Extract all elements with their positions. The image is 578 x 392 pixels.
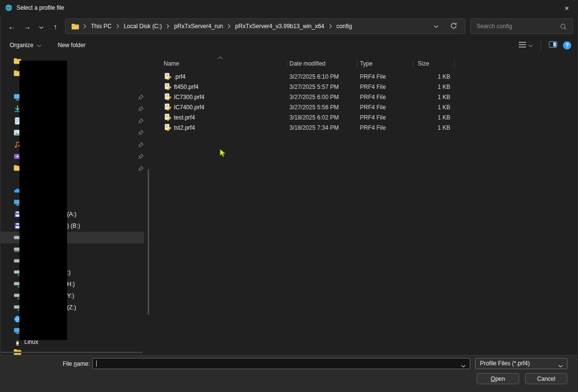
file-type-value: Profile Files (*.prf4) <box>476 358 530 369</box>
pin-icon <box>138 166 144 173</box>
chevron-right-icon[interactable] <box>82 24 87 29</box>
chevron-down-icon <box>434 23 439 30</box>
file-name: tst2.prf4 <box>164 123 195 133</box>
column-header-name[interactable]: Name <box>164 57 179 70</box>
prf4-file-icon <box>164 72 171 80</box>
file-row[interactable]: .prf43/27/2025 6:10 PMPRF4 File1 KB <box>155 72 466 82</box>
breadcrumb-segment[interactable]: pRxTxServer4_v3.99b13_win_x64 <box>232 21 327 32</box>
sidebar-item-label: (Z:) <box>67 302 76 313</box>
column-divider[interactable] <box>454 59 455 68</box>
file-date-modified: 3/27/2025 6:00 PM <box>289 92 339 102</box>
back-button[interactable]: ← <box>4 18 19 34</box>
cancel-button[interactable]: Cancel <box>525 373 567 384</box>
file-size: 1 KB <box>413 113 450 123</box>
prf4-file-icon <box>164 113 171 121</box>
search-input[interactable] <box>471 19 553 34</box>
forward-button[interactable]: → <box>19 18 35 34</box>
pin-icon <box>138 142 144 149</box>
pin-icon <box>138 153 144 161</box>
preview-pane-button[interactable] <box>549 41 557 49</box>
organize-button[interactable]: Organize <box>10 42 41 49</box>
mouse-cursor <box>220 149 226 160</box>
file-name: test.prf4 <box>164 113 195 123</box>
breadcrumb-segment[interactable]: This PC <box>87 21 115 32</box>
file-date-modified: 3/27/2025 6:10 PM <box>289 72 339 82</box>
recent-locations-button[interactable] <box>35 18 48 34</box>
file-type: PRF4 File <box>360 82 386 92</box>
dialog-body: (A:)) (B:):)H:)Y:)(Z:)Linux Name Date mo… <box>0 53 578 355</box>
new-folder-button[interactable]: New folder <box>58 42 85 49</box>
file-size: 1 KB <box>413 82 450 92</box>
address-bar[interactable]: This PCLocal Disk (C:)pRxTxServer4_runpR… <box>65 18 465 34</box>
breadcrumb-segment[interactable]: pRxTxServer4_run <box>170 21 226 32</box>
address-dropdown-button[interactable] <box>431 21 442 32</box>
sidebar-scrollbar[interactable] <box>148 169 149 315</box>
titlebar: Select a profile file × <box>0 0 578 16</box>
sidebar-horizontal-scrollbar[interactable] <box>1 352 143 353</box>
column-divider[interactable] <box>357 59 357 68</box>
up-button[interactable]: ↑ <box>48 18 63 34</box>
prf4-file-icon <box>164 93 171 101</box>
chevron-right-icon[interactable] <box>115 24 120 29</box>
file-name-input[interactable] <box>93 358 452 369</box>
file-type: PRF4 File <box>360 123 386 133</box>
chevron-down-icon <box>528 42 533 49</box>
question-icon: ? <box>565 42 569 48</box>
refresh-button[interactable] <box>448 21 459 32</box>
prf4-file-icon <box>164 103 171 111</box>
up-icon: ↑ <box>53 22 57 31</box>
file-date-modified: 3/27/2025 5:57 PM <box>289 82 339 92</box>
redaction-overlay <box>19 61 67 340</box>
file-row[interactable]: tst2.prf43/18/2025 7:34 PMPRF4 File1 KB <box>155 123 466 133</box>
chevron-down-icon[interactable] <box>461 362 466 369</box>
open-button[interactable]: Open <box>476 373 519 384</box>
chevron-right-icon[interactable] <box>226 24 232 29</box>
chevron-right-icon[interactable] <box>328 24 333 29</box>
pin-icon <box>138 118 144 125</box>
pin-icon <box>138 130 144 137</box>
file-date-modified: 3/18/2025 6:02 PM <box>289 113 339 123</box>
file-date-modified: 3/18/2025 7:34 PM <box>289 123 339 133</box>
search-box <box>470 18 573 34</box>
refresh-icon <box>450 22 457 31</box>
column-divider[interactable] <box>413 59 413 68</box>
chevron-down-icon <box>39 22 44 31</box>
file-type-select[interactable]: Profile Files (*.prf4) <box>475 358 567 369</box>
column-headers: Name Date modified Type Size <box>155 57 578 70</box>
search-icon[interactable] <box>560 23 567 32</box>
file-size: 1 KB <box>413 123 450 133</box>
close-button[interactable]: × <box>556 0 578 16</box>
text-caret <box>96 360 97 367</box>
sidebar-item-label: ) (B:) <box>67 220 80 232</box>
file-row[interactable]: IC7400.prf43/27/2025 5:56 PMPRF4 File1 K… <box>155 102 466 113</box>
file-size: 1 KB <box>413 102 450 113</box>
pin-icon <box>138 106 144 113</box>
file-row[interactable]: test.prf43/18/2025 6:02 PMPRF4 File1 KB <box>155 113 466 123</box>
column-header-type[interactable]: Type <box>360 57 373 70</box>
file-name: IC7400.prf4 <box>164 102 204 113</box>
file-row[interactable]: IC7300.prf43/27/2025 6:00 PMPRF4 File1 K… <box>155 92 466 102</box>
breadcrumb-segment[interactable]: config <box>333 21 356 32</box>
back-icon: ← <box>8 22 16 31</box>
sidebar-item-label: (A:) <box>67 208 76 220</box>
command-toolbar: Organize New folder ? <box>0 37 578 53</box>
help-button[interactable]: ? <box>563 41 571 50</box>
file-name: .prf4 <box>164 72 186 82</box>
close-icon: × <box>565 4 569 12</box>
prf4-file-icon <box>164 83 171 90</box>
footer: File name: Profile Files (*.prf4) Open C… <box>0 355 578 392</box>
file-name-combo <box>92 358 470 369</box>
forward-icon: → <box>24 22 31 31</box>
column-header-size[interactable]: Size <box>418 57 429 70</box>
column-divider[interactable] <box>287 59 287 68</box>
breadcrumb-segment[interactable]: Local Disk (C:) <box>120 21 166 32</box>
file-row[interactable]: ft450.prf43/27/2025 5:57 PMPRF4 File1 KB <box>155 82 466 92</box>
chevron-down-icon <box>37 42 41 49</box>
sidebar-item[interactable] <box>0 347 144 355</box>
chevron-right-icon[interactable] <box>165 24 170 29</box>
file-list-pane: Name Date modified Type Size .prf43/27/2… <box>155 53 578 355</box>
sidebar-item-label: H:) <box>67 278 75 290</box>
view-mode-button[interactable] <box>519 42 533 49</box>
file-date-modified: 3/27/2025 5:56 PM <box>289 102 339 113</box>
column-header-date-modified[interactable]: Date modified <box>289 57 325 70</box>
